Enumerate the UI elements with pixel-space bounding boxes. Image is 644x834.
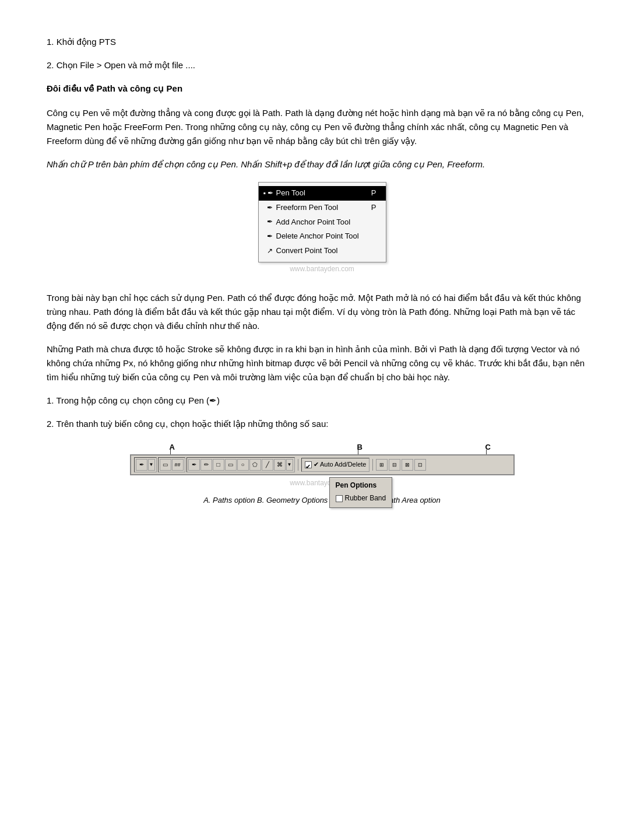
- menu-watermark: www.bantayden.com: [258, 264, 386, 275]
- menu-item-add-anchor: ✒ Add Anchor Point Tool: [259, 215, 386, 230]
- round-rect-btn[interactable]: ▭: [225, 459, 237, 471]
- step-2-text: 2. Chọn File > Open và mở một file ....: [47, 60, 195, 70]
- menu-item-delete-anchor: ✒ Delete Anchor Point Tool: [259, 229, 386, 244]
- step-2: 2. Chọn File > Open và mở một file ....: [47, 58, 597, 72]
- para-3: Những Path mà chưa được tô hoặc Stroke s…: [47, 342, 597, 384]
- step-toolbar-text: 2. Trên thanh tuỳ biến công cụ, chọn hoặ…: [47, 419, 328, 429]
- intersect-btn[interactable]: ⊠: [402, 459, 413, 471]
- auto-add-delete-section: ✔ ✔ Auto Add/Delete: [301, 458, 370, 472]
- pen-tool-btn[interactable]: ✒: [136, 459, 147, 471]
- rubber-band-row: Rubber Band: [336, 493, 386, 504]
- subtract-path-btn[interactable]: ⊟: [389, 459, 400, 471]
- step-tool-text: 1. Trong hộp công cụ chọn công cụ Pen (✒…: [47, 395, 220, 405]
- menu-image-container: ▪ ✒ Pen Tool P ✒ Freeform Pen Tool P ✒ A…: [47, 182, 597, 275]
- toolbar-section-shapes: ▭ ##: [158, 457, 185, 472]
- pen-btn2[interactable]: ✒: [188, 459, 200, 471]
- pen-options-popup: Pen Options Rubber Band: [329, 477, 393, 508]
- rubber-band-checkbox[interactable]: [336, 495, 343, 502]
- toolbar-section-a: ✒ ▼: [134, 457, 157, 472]
- add-path-btn[interactable]: ⊞: [376, 459, 388, 471]
- italic-note: Nhấn chữ P trên bàn phím để chọn công cụ…: [47, 157, 597, 171]
- toolbar-watermark: www.bantayden.com: [130, 478, 515, 489]
- menu-item-freeform: ✒ Freeform Pen Tool P: [259, 201, 386, 215]
- toolbar-separator-2: [372, 459, 373, 471]
- auto-add-checkbox[interactable]: ✔: [305, 461, 312, 468]
- menu-item-pen-tool: ▪ ✒ Pen Tool P: [259, 186, 386, 201]
- menu-item-convert-point: ↗ Convert Point Tool: [259, 244, 386, 258]
- pen-tool-icon: ▪ ✒: [263, 188, 273, 199]
- freeform-btn[interactable]: ✏: [200, 459, 212, 471]
- step-1: 1. Khởi động PTS: [47, 35, 597, 49]
- para-1: Công cụ Pen vẽ một đường thẳng và cong đ…: [47, 106, 597, 148]
- auto-add-label: ✔ Auto Add/Delete: [314, 460, 367, 470]
- pen-options-title: Pen Options: [336, 480, 386, 491]
- delete-anchor-icon: ✒: [263, 231, 273, 242]
- menu-item-pen-tool-shortcut: P: [354, 187, 376, 199]
- menu-item-add-anchor-label: Add Anchor Point Tool: [276, 216, 351, 229]
- menu-item-pen-tool-label: Pen Tool: [276, 187, 305, 199]
- ellipse-btn[interactable]: ○: [237, 459, 249, 471]
- add-anchor-icon: ✒: [263, 216, 273, 227]
- section-heading: Đôi điều về Path và công cụ Pen: [47, 82, 597, 96]
- para-2: Trong bài này bạn chỉ học cách sử dụng P…: [47, 291, 597, 333]
- convert-point-icon: ↗: [263, 246, 273, 257]
- num-btn[interactable]: ##: [172, 459, 184, 471]
- toolbar-area: A B C ✒ ▼ ▭ ## ✒ ✏ □ ▭ ○: [47, 441, 597, 489]
- toolbar-separator-1: [298, 459, 298, 471]
- rect-btn[interactable]: ▭: [160, 459, 171, 471]
- menu-item-freeform-shortcut: P: [354, 202, 376, 214]
- rubber-band-label: Rubber Band: [345, 493, 386, 504]
- line-btn[interactable]: ╱: [262, 459, 273, 471]
- menu-item-freeform-label: Freeform Pen Tool: [276, 202, 339, 214]
- menu-item-delete-anchor-label: Delete Anchor Point Tool: [276, 230, 359, 243]
- custom-shape-btn[interactable]: ⌘: [274, 459, 286, 471]
- toolbar-section-pen: ✒ ✏ □ ▭ ○ ⬠ ╱ ⌘ ▼: [186, 457, 295, 472]
- toolbar-section-c: ⊞ ⊟ ⊠ ⊡: [376, 459, 426, 471]
- pen-dropdown-btn[interactable]: ▼: [148, 459, 155, 471]
- freeform-icon: ✒: [263, 202, 273, 213]
- pen-tool-menu: ▪ ✒ Pen Tool P ✒ Freeform Pen Tool P ✒ A…: [258, 182, 386, 262]
- shape-dropdown[interactable]: ▼: [286, 459, 293, 471]
- step-tool: 1. Trong hộp công cụ chọn công cụ Pen (✒…: [47, 394, 597, 408]
- heading-text: Đôi điều về Path và công cụ Pen: [47, 83, 182, 93]
- step-1-text: 1. Khởi động PTS: [47, 37, 116, 47]
- menu-item-convert-point-label: Convert Point Tool: [276, 245, 338, 257]
- caption: A. Paths option B. Geometry Options menu…: [47, 495, 597, 507]
- exclude-btn[interactable]: ⊡: [414, 459, 426, 471]
- polygon-btn[interactable]: ⬠: [249, 459, 261, 471]
- rect-shape-btn[interactable]: □: [213, 459, 224, 471]
- step-toolbar: 2. Trên thanh tuỳ biến công cụ, chọn hoặ…: [47, 417, 597, 431]
